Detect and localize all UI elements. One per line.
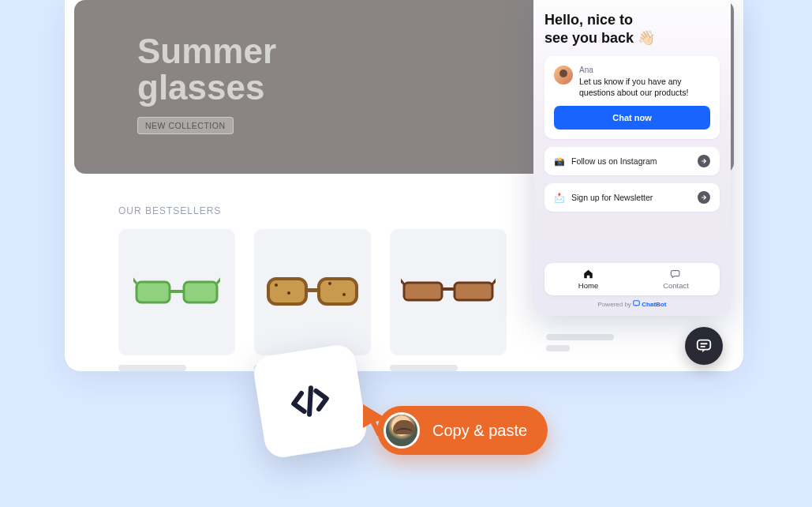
product-skeleton xyxy=(546,329,614,351)
powered-prefix: Powered by xyxy=(598,301,631,308)
chat-greeting: Hello, nice to see you back 👋🏻 xyxy=(544,11,720,47)
embed-code-card xyxy=(252,343,369,460)
product-card-3[interactable] xyxy=(390,229,507,355)
wave-icon: 👋🏻 xyxy=(638,30,655,46)
svg-rect-6 xyxy=(137,282,170,302)
home-icon xyxy=(582,269,594,280)
nav-contact-label: Contact xyxy=(663,281,689,290)
chat-icon xyxy=(670,269,682,280)
svg-rect-16 xyxy=(404,283,442,300)
arrow-right-icon xyxy=(698,155,710,167)
chat-nav: Home Contact xyxy=(544,263,720,295)
svg-line-23 xyxy=(305,388,315,414)
svg-point-14 xyxy=(328,282,331,285)
chatbot-logo-icon xyxy=(633,300,640,307)
copy-paste-pill[interactable]: Copy & paste xyxy=(377,406,548,455)
hero-title: Summer glasses xyxy=(137,33,276,106)
chat-bubble-icon xyxy=(695,337,713,355)
svg-point-13 xyxy=(287,291,290,295)
product-image xyxy=(133,272,220,312)
newsletter-label: Sign up for Newsletter xyxy=(571,193,653,202)
product-image xyxy=(265,271,360,314)
svg-rect-11 xyxy=(306,288,319,292)
chat-launcher-button[interactable] xyxy=(685,327,723,365)
nav-home[interactable]: Home xyxy=(544,269,632,290)
chatbot-widget: Hello, nice to see you back 👋🏻 Ana Let u… xyxy=(533,0,731,316)
svg-rect-7 xyxy=(184,282,217,302)
greeting-line2: see you back xyxy=(544,30,634,46)
agent-avatar xyxy=(554,66,573,84)
product-skeleton xyxy=(118,360,186,371)
svg-rect-8 xyxy=(170,290,184,293)
chat-now-button[interactable]: Chat now xyxy=(554,106,710,130)
nav-contact[interactable]: Contact xyxy=(632,269,720,290)
svg-point-12 xyxy=(275,284,278,287)
arrow-right-icon xyxy=(698,191,710,204)
svg-rect-17 xyxy=(455,283,492,300)
user-avatar xyxy=(384,412,420,449)
agent-message: Let us know if you have any questions ab… xyxy=(579,76,710,98)
powered-brand: ChatBot xyxy=(642,301,666,308)
svg-rect-18 xyxy=(442,287,455,291)
camera-icon: 📸 xyxy=(554,156,565,167)
mail-icon: 📩 xyxy=(554,193,565,203)
hero-title-line1: Summer xyxy=(137,32,276,70)
svg-point-15 xyxy=(342,293,346,296)
agent-name: Ana xyxy=(579,66,710,74)
svg-rect-20 xyxy=(698,340,711,350)
product-card-2[interactable] xyxy=(254,229,371,355)
powered-by: Powered by ChatBot xyxy=(544,300,720,308)
code-icon xyxy=(285,376,335,426)
new-collection-badge[interactable]: NEW COLLECTION xyxy=(137,117,234,134)
product-image xyxy=(401,273,496,311)
instagram-label: Follow us on Instagram xyxy=(571,156,657,166)
svg-rect-9 xyxy=(268,279,306,304)
product-skeleton xyxy=(390,360,458,371)
copy-paste-label: Copy & paste xyxy=(432,422,527,440)
product-card-1[interactable] xyxy=(118,229,235,355)
hero-title-line2: glasses xyxy=(137,68,264,107)
svg-rect-10 xyxy=(319,279,357,304)
chat-agent-card: Ana Let us know if you have any question… xyxy=(544,56,720,139)
newsletter-row[interactable]: 📩 Sign up for Newsletter xyxy=(544,183,720,212)
nav-home-label: Home xyxy=(578,281,598,290)
svg-rect-19 xyxy=(634,301,640,306)
greeting-line1: Hello, nice to xyxy=(544,12,633,28)
instagram-row[interactable]: 📸 Follow us on Instagram xyxy=(544,147,720,175)
